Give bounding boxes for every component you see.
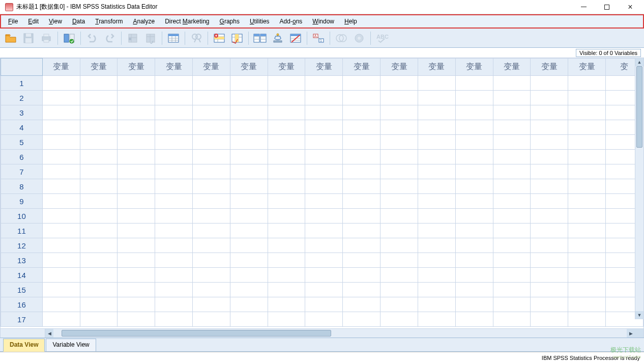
- row-header[interactable]: 4: [1, 120, 43, 135]
- data-cell[interactable]: [42, 76, 80, 91]
- data-cell[interactable]: [380, 238, 418, 253]
- data-cell[interactable]: [568, 150, 606, 164]
- data-cell[interactable]: [42, 224, 80, 238]
- data-cell[interactable]: [230, 120, 268, 135]
- data-cell[interactable]: [305, 135, 343, 150]
- recall-dialog-icon[interactable]: [62, 31, 77, 46]
- row-header[interactable]: 2: [1, 91, 43, 105]
- data-cell[interactable]: [193, 76, 230, 91]
- data-cell[interactable]: [493, 91, 531, 105]
- data-cell[interactable]: [493, 179, 531, 194]
- data-cell[interactable]: [531, 179, 568, 194]
- data-cell[interactable]: [118, 268, 155, 283]
- data-cell[interactable]: [155, 150, 193, 164]
- data-cell[interactable]: [531, 150, 568, 164]
- data-cell[interactable]: [80, 209, 118, 224]
- data-cell[interactable]: [455, 268, 493, 283]
- data-cell[interactable]: [80, 194, 118, 209]
- data-cell[interactable]: [380, 253, 418, 268]
- data-cell[interactable]: [42, 164, 80, 179]
- data-cell[interactable]: [568, 91, 606, 105]
- data-cell[interactable]: [343, 105, 380, 120]
- data-cell[interactable]: [118, 312, 155, 327]
- data-cell[interactable]: [343, 268, 380, 283]
- data-cell[interactable]: [493, 297, 531, 312]
- column-header[interactable]: 变量: [42, 59, 80, 76]
- data-cell[interactable]: [531, 268, 568, 283]
- data-cell[interactable]: [42, 238, 80, 253]
- row-header[interactable]: 13: [1, 253, 43, 268]
- data-cell[interactable]: [531, 209, 568, 224]
- row-header[interactable]: 14: [1, 268, 43, 283]
- column-header[interactable]: 变量: [268, 59, 305, 76]
- data-cell[interactable]: [343, 91, 380, 105]
- data-cell[interactable]: [380, 297, 418, 312]
- data-cell[interactable]: [418, 105, 455, 120]
- data-cell[interactable]: [118, 209, 155, 224]
- spell-check-icon[interactable]: ABC: [374, 31, 390, 46]
- data-cell[interactable]: [80, 283, 118, 297]
- data-cell[interactable]: [118, 179, 155, 194]
- data-cell[interactable]: [80, 179, 118, 194]
- data-cell[interactable]: [568, 179, 606, 194]
- data-cell[interactable]: [493, 238, 531, 253]
- data-cell[interactable]: [531, 91, 568, 105]
- menu-edit[interactable]: Edit: [23, 16, 44, 26]
- data-cell[interactable]: [568, 209, 606, 224]
- data-cell[interactable]: [230, 268, 268, 283]
- data-cell[interactable]: [531, 224, 568, 238]
- value-labels-icon[interactable]: A1: [311, 31, 326, 46]
- data-cell[interactable]: [80, 268, 118, 283]
- data-cell[interactable]: [230, 238, 268, 253]
- data-cell[interactable]: [155, 76, 193, 91]
- variables-icon[interactable]: [166, 31, 181, 46]
- data-cell[interactable]: [42, 179, 80, 194]
- data-cell[interactable]: [418, 150, 455, 164]
- data-cell[interactable]: [455, 120, 493, 135]
- data-cell[interactable]: [80, 253, 118, 268]
- menu-utilities[interactable]: Utilities: [245, 16, 275, 26]
- data-cell[interactable]: [193, 209, 230, 224]
- data-cell[interactable]: [155, 194, 193, 209]
- data-cell[interactable]: [268, 150, 305, 164]
- data-cell[interactable]: [380, 268, 418, 283]
- goto-case-icon[interactable]: [125, 31, 140, 46]
- data-cell[interactable]: [531, 297, 568, 312]
- data-cell[interactable]: [418, 268, 455, 283]
- data-cell[interactable]: [230, 150, 268, 164]
- data-cell[interactable]: [230, 135, 268, 150]
- data-cell[interactable]: [155, 179, 193, 194]
- data-cell[interactable]: [455, 297, 493, 312]
- data-cell[interactable]: [418, 224, 455, 238]
- data-cell[interactable]: [193, 135, 230, 150]
- data-cell[interactable]: [155, 297, 193, 312]
- data-cell[interactable]: [455, 150, 493, 164]
- data-cell[interactable]: [568, 194, 606, 209]
- scroll-right-icon[interactable]: ▶: [627, 329, 635, 338]
- data-cell[interactable]: [568, 105, 606, 120]
- data-cell[interactable]: [493, 209, 531, 224]
- data-cell[interactable]: [155, 91, 193, 105]
- data-cell[interactable]: [155, 253, 193, 268]
- data-cell[interactable]: [343, 194, 380, 209]
- data-cell[interactable]: [418, 91, 455, 105]
- data-cell[interactable]: [380, 312, 418, 327]
- data-cell[interactable]: [42, 297, 80, 312]
- data-cell[interactable]: [343, 120, 380, 135]
- data-cell[interactable]: [455, 194, 493, 209]
- data-cell[interactable]: [193, 297, 230, 312]
- data-cell[interactable]: [118, 253, 155, 268]
- column-header[interactable]: 变量: [193, 59, 230, 76]
- data-cell[interactable]: [531, 283, 568, 297]
- data-cell[interactable]: [380, 76, 418, 91]
- data-cell[interactable]: [268, 135, 305, 150]
- data-cell[interactable]: [118, 91, 155, 105]
- data-cell[interactable]: [305, 209, 343, 224]
- data-cell[interactable]: [155, 238, 193, 253]
- row-header[interactable]: 12: [1, 238, 43, 253]
- data-cell[interactable]: [118, 120, 155, 135]
- close-button[interactable]: ×: [619, 0, 642, 14]
- data-cell[interactable]: [493, 312, 531, 327]
- row-header[interactable]: 17: [1, 312, 43, 327]
- data-cell[interactable]: [193, 179, 230, 194]
